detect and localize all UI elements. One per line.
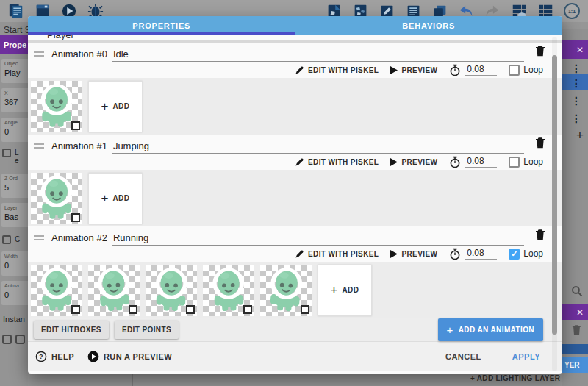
- variable-action-icon[interactable]: [2, 335, 12, 344]
- frames-strip: + ADD: [28, 170, 562, 226]
- preview-button[interactable]: PREVIEW: [390, 66, 437, 74]
- animation-section-1: Animation #1 Jumping EDIT WITH PISKEL PR…: [28, 135, 562, 226]
- run-a-preview-button[interactable]: RUN A PREVIEW: [87, 351, 172, 362]
- animation-frame-thumbnail[interactable]: [31, 173, 82, 224]
- loop-toggle[interactable]: Loop: [509, 249, 543, 260]
- gdevelop-editor: 1:1 Start S Prope Objec Play X 367 Angle…: [0, 0, 588, 386]
- time-between-frames-field[interactable]: 0.08: [449, 248, 497, 260]
- layer-menu-icon[interactable]: ⋮: [571, 78, 581, 88]
- play-icon: [390, 158, 398, 166]
- animation-frame-thumbnail[interactable]: [260, 265, 312, 316]
- edit-with-piskel-button[interactable]: EDIT WITH PISKEL: [295, 249, 379, 259]
- loop-checkbox[interactable]: [509, 157, 520, 168]
- x-property[interactable]: X 367: [1, 88, 28, 112]
- frame-select-checkbox[interactable]: [129, 305, 137, 314]
- edit-points-button[interactable]: EDIT POINTS: [115, 321, 179, 339]
- frame-select-checkbox[interactable]: [71, 213, 80, 222]
- panel-header: ✕: [562, 304, 588, 320]
- object-name-field[interactable]: Player: [28, 35, 562, 43]
- edit-hitboxes-button[interactable]: EDIT HITBOXES: [34, 321, 109, 339]
- frame-select-checkbox[interactable]: [71, 121, 80, 130]
- add-layer-button[interactable]: YER: [562, 357, 588, 373]
- help-icon: ?: [35, 351, 47, 362]
- object-name-property[interactable]: Objec Play: [1, 59, 28, 83]
- layer-menu-icon[interactable]: ⋮: [571, 96, 581, 106]
- animation-section-2: Animation #2 Running EDIT WITH PISKEL PR…: [28, 226, 562, 318]
- frame-select-checkbox[interactable]: [186, 305, 195, 314]
- layer-menu-icon[interactable]: ⋮: [571, 63, 581, 74]
- z-order-property[interactable]: Z Ord 5: [1, 174, 28, 198]
- properties-panel-header: Prope: [0, 35, 28, 54]
- add-frame-button[interactable]: + ADD: [88, 81, 143, 132]
- delete-animation-button[interactable]: [534, 228, 546, 244]
- search-icon[interactable]: [571, 285, 583, 300]
- zoom-one-to-one-icon[interactable]: 1:1: [563, 2, 581, 20]
- play-icon: [390, 250, 398, 258]
- edit-with-piskel-button[interactable]: EDIT WITH PISKEL: [295, 65, 379, 75]
- layer-row-highlight[interactable]: [562, 344, 588, 354]
- time-between-frames-field[interactable]: 0.08: [449, 156, 497, 168]
- delete-animation-button[interactable]: [534, 44, 546, 60]
- animation-frame-thumbnail[interactable]: [31, 81, 82, 132]
- animation-property[interactable]: Anima 0: [1, 281, 28, 305]
- lock-checkbox-row[interactable]: Le: [2, 149, 19, 165]
- delete-layer-icon[interactable]: [571, 324, 582, 339]
- project-manager-icon[interactable]: [7, 2, 25, 20]
- tab-behaviors[interactable]: BEHAVIORS: [295, 16, 563, 35]
- apply-button[interactable]: APPLY: [512, 352, 540, 361]
- loop-toggle[interactable]: Loop: [509, 157, 543, 168]
- frame-select-checkbox[interactable]: [71, 305, 80, 314]
- plus-icon: +: [447, 324, 453, 336]
- add-lighting-layer-button[interactable]: + ADD LIGHTING LAYER: [470, 374, 588, 386]
- checkbox-icon[interactable]: [2, 149, 11, 157]
- add-frame-button[interactable]: + ADD: [88, 173, 143, 224]
- drag-handle-icon[interactable]: [34, 51, 44, 57]
- time-between-frames-field[interactable]: 0.08: [449, 64, 497, 76]
- delete-animation-button[interactable]: [534, 136, 546, 152]
- scene-tab[interactable]: Start S: [4, 25, 28, 35]
- checkbox-icon[interactable]: [2, 235, 11, 244]
- add-animation-button[interactable]: + ADD AN ANIMATION: [438, 318, 543, 341]
- loop-checkbox[interactable]: [509, 249, 520, 260]
- dialog-scrollbar[interactable]: [552, 37, 557, 371]
- animation-name-input[interactable]: Idle: [112, 49, 524, 62]
- close-icon[interactable]: ✕: [576, 45, 584, 55]
- animation-frame-thumbnail[interactable]: [203, 265, 254, 316]
- layers-panel-header: ✕: [562, 40, 588, 59]
- help-button[interactable]: ? HELP: [35, 351, 74, 362]
- preview-button[interactable]: PREVIEW: [390, 250, 437, 258]
- instance-properties-panel: Start S Prope Objec Play X 367 Angle 0 L…: [0, 22, 28, 386]
- plus-icon: +: [101, 191, 108, 206]
- loop-checkbox[interactable]: [509, 65, 520, 76]
- preview-button[interactable]: PREVIEW: [390, 158, 437, 166]
- drag-handle-icon[interactable]: [34, 143, 44, 149]
- custom-size-checkbox-row[interactable]: C: [2, 235, 20, 244]
- stopwatch-icon: [449, 156, 461, 168]
- edit-with-piskel-button[interactable]: EDIT WITH PISKEL: [295, 157, 379, 167]
- animation-title: Animation #1: [51, 140, 107, 151]
- variable-action-icon[interactable]: [15, 335, 25, 344]
- scrollbar-thumb[interactable]: [552, 55, 557, 335]
- brush-icon: [295, 157, 304, 167]
- angle-property[interactable]: Angle 0: [1, 118, 28, 142]
- layer-menu-icon[interactable]: ⋮: [571, 113, 581, 124]
- dialog-tab-bar: PROPERTIES BEHAVIORS: [28, 16, 562, 35]
- width-property[interactable]: Width 0: [1, 251, 28, 276]
- loop-toggle[interactable]: Loop: [509, 65, 543, 76]
- animation-frame-thumbnail[interactable]: [88, 265, 140, 316]
- animation-title: Animation #2: [51, 232, 107, 243]
- add-icon[interactable]: +: [576, 128, 584, 143]
- cancel-button[interactable]: CANCEL: [445, 352, 481, 361]
- close-icon[interactable]: ✕: [576, 307, 584, 318]
- add-frame-button[interactable]: + ADD: [318, 265, 372, 316]
- layer-property[interactable]: Layer Bas: [1, 203, 28, 227]
- plus-icon: +: [101, 99, 108, 114]
- frame-select-checkbox[interactable]: [301, 305, 309, 314]
- object-editor-dialog: PROPERTIES BEHAVIORS Player Animation #0…: [28, 16, 562, 374]
- frame-select-checkbox[interactable]: [243, 305, 252, 314]
- animation-name-input[interactable]: Running: [112, 232, 524, 246]
- drag-handle-icon[interactable]: [34, 235, 44, 240]
- animation-frame-thumbnail[interactable]: [146, 265, 197, 316]
- animation-name-input[interactable]: Jumping: [112, 140, 524, 154]
- animation-frame-thumbnail[interactable]: [31, 265, 82, 316]
